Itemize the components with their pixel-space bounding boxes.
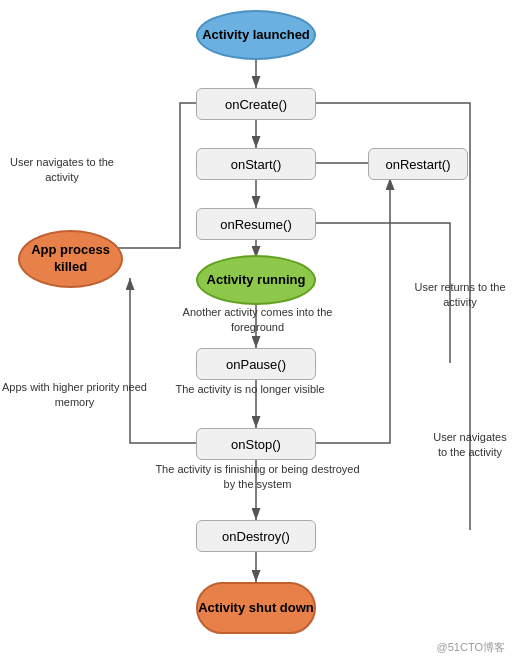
on-restart-node: onRestart() bbox=[368, 148, 468, 180]
annotation-apps-higher-priority: Apps with higher priority need memory bbox=[2, 380, 147, 411]
annotation-user-returns: User returns to the activity bbox=[410, 280, 510, 311]
activity-launched-node: Activity launched bbox=[196, 10, 316, 60]
on-pause-node: onPause() bbox=[196, 348, 316, 380]
on-resume-node: onResume() bbox=[196, 208, 316, 240]
on-create-label: onCreate() bbox=[225, 97, 287, 112]
on-resume-label: onResume() bbox=[220, 217, 292, 232]
app-process-killed-label: App process killed bbox=[20, 242, 121, 276]
annotation-finishing: The activity is finishing or being destr… bbox=[150, 462, 365, 493]
annotation-another-activity: Another activity comes into the foregrou… bbox=[170, 305, 345, 336]
watermark: @51CTO博客 bbox=[437, 640, 505, 655]
on-start-label: onStart() bbox=[231, 157, 282, 172]
on-destroy-node: onDestroy() bbox=[196, 520, 316, 552]
on-pause-label: onPause() bbox=[226, 357, 286, 372]
annotation-user-navigates-left: User navigates to the activity bbox=[2, 155, 122, 186]
activity-shut-down-node: Activity shut down bbox=[196, 582, 316, 634]
on-stop-node: onStop() bbox=[196, 428, 316, 460]
on-start-node: onStart() bbox=[196, 148, 316, 180]
annotation-no-longer-visible: The activity is no longer visible bbox=[170, 382, 330, 397]
app-process-killed-node: App process killed bbox=[18, 230, 123, 288]
on-create-node: onCreate() bbox=[196, 88, 316, 120]
activity-launched-label: Activity launched bbox=[202, 27, 310, 44]
activity-shut-down-label: Activity shut down bbox=[198, 600, 314, 617]
activity-running-label: Activity running bbox=[207, 272, 306, 289]
on-restart-label: onRestart() bbox=[385, 157, 450, 172]
lifecycle-diagram: Activity launched onCreate() onStart() o… bbox=[0, 0, 513, 663]
on-destroy-label: onDestroy() bbox=[222, 529, 290, 544]
annotation-user-navigates-right: User navigates to the activity bbox=[430, 430, 510, 461]
on-stop-label: onStop() bbox=[231, 437, 281, 452]
activity-running-node: Activity running bbox=[196, 255, 316, 305]
